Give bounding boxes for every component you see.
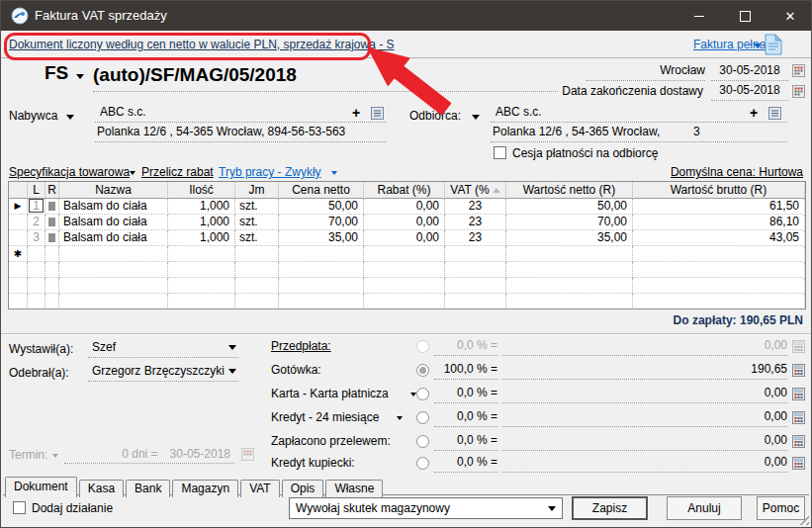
cell-gross-value[interactable]: 86,10 xyxy=(633,215,805,230)
prepayment-link[interactable]: Przedpłata: xyxy=(271,339,331,353)
cell-qty[interactable]: 1,000 xyxy=(168,230,235,246)
prepayment-pct-field[interactable]: 0,0 % = xyxy=(434,337,497,356)
received-by-dropdown[interactable]: Grzegorz Brzęczyszczykiewicz xyxy=(88,363,238,382)
card-amount-field[interactable]: 0,00 xyxy=(501,385,787,403)
table-row[interactable]: ▶ 1 Balsam do ciała 1,000 szt. 50,00 0,0… xyxy=(9,199,805,215)
col-name[interactable]: Nazwa xyxy=(59,182,168,199)
delivery-date-field[interactable]: 30-05-2018 xyxy=(711,82,788,101)
help-button[interactable]: Pomoc xyxy=(757,496,805,520)
card-label[interactable]: Karta - Karta płatnicza xyxy=(271,387,389,400)
cell-net-value[interactable]: 50,00 xyxy=(506,199,633,215)
work-mode-link[interactable]: Tryb pracy - Zwykły xyxy=(219,165,321,179)
cell-discount[interactable]: 0,00 xyxy=(364,230,445,246)
receiver-dropdown-icon[interactable] xyxy=(472,115,480,120)
buyer-add-button[interactable]: + xyxy=(352,105,360,121)
cell-unit[interactable]: szt. xyxy=(235,215,279,230)
col-qty[interactable]: Ilość xyxy=(168,182,235,199)
add-action-checkbox[interactable] xyxy=(13,501,26,514)
doc-symbol-dropdown-icon[interactable] xyxy=(76,74,84,79)
table-new-row[interactable]: ✱ xyxy=(9,246,805,262)
minimize-button[interactable] xyxy=(677,1,722,31)
term-calendar-icon[interactable] xyxy=(241,448,254,461)
card-pct-field[interactable]: 0,0 % = xyxy=(434,385,497,403)
cell-net-price[interactable]: 35,00 xyxy=(279,230,364,246)
credit-radio[interactable] xyxy=(416,411,429,424)
receiver-label[interactable]: Odbiorca: xyxy=(409,109,461,123)
receiver-name-field[interactable]: ABC s.c. xyxy=(491,104,787,123)
delivery-date-calendar-icon[interactable] xyxy=(792,85,805,98)
issue-date-calendar-icon[interactable] xyxy=(792,64,805,77)
transfer-pct-field[interactable]: 0,0 % = xyxy=(434,432,497,451)
cell-qty[interactable]: 1,000 xyxy=(168,199,235,215)
tab-bank[interactable]: Bank xyxy=(126,480,170,497)
col-flag[interactable]: R xyxy=(45,182,59,199)
term-dropdown-icon[interactable] xyxy=(52,454,58,458)
cell-vat[interactable]: 23 xyxy=(445,199,506,215)
col-gross-value[interactable]: Wartość brutto (R) xyxy=(633,182,805,199)
transfer-calculator-icon[interactable] xyxy=(792,435,805,448)
spec-dropdown-icon[interactable] xyxy=(130,171,135,175)
col-net-value[interactable]: Wartość netto (R) xyxy=(506,182,633,199)
cell-net-value[interactable]: 70,00 xyxy=(506,215,633,230)
buyer-list-icon[interactable] xyxy=(371,107,384,120)
buyer-name-field[interactable]: ABC s.c. xyxy=(95,104,387,123)
buyer-dropdown-icon[interactable] xyxy=(66,115,74,120)
cell-discount[interactable]: 0,00 xyxy=(364,199,445,215)
prepayment-calculator-icon[interactable] xyxy=(792,340,805,353)
tab-opis[interactable]: Opis xyxy=(282,480,324,497)
credit-amount-field[interactable]: 0,00 xyxy=(501,408,787,427)
credit-pct-field[interactable]: 0,0 % = xyxy=(434,408,497,427)
cell-vat[interactable]: 23 xyxy=(445,230,506,246)
card-radio[interactable] xyxy=(416,388,429,400)
received-by-dropdown-icon[interactable] xyxy=(228,369,236,374)
tab-wlasne[interactable]: Własne xyxy=(325,480,383,497)
tab-kasa[interactable]: Kasa xyxy=(79,480,124,497)
cell-discount[interactable]: 0,00 xyxy=(364,215,445,230)
credit-calculator-icon[interactable] xyxy=(792,411,805,424)
prepayment-radio[interactable] xyxy=(416,340,429,353)
document-icon[interactable] xyxy=(765,34,782,55)
credit-label[interactable]: Kredyt - 24 miesiące xyxy=(271,410,379,424)
save-button[interactable]: Zapisz xyxy=(572,496,648,520)
col-vat[interactable]: VAT (% xyxy=(445,182,506,199)
transfer-radio[interactable] xyxy=(416,435,429,448)
cell-unit[interactable]: szt. xyxy=(235,230,279,246)
cell-qty[interactable]: 1,000 xyxy=(168,215,235,230)
spec-link[interactable]: Specyfikacja towarowa xyxy=(9,165,130,179)
credit-dropdown-icon[interactable] xyxy=(397,416,403,420)
cell-gross-value[interactable]: 43,05 xyxy=(633,230,805,246)
issued-by-dropdown-icon[interactable] xyxy=(228,345,236,350)
tab-dokument[interactable]: Dokument xyxy=(5,477,77,497)
tab-magazyn[interactable]: Magazyn xyxy=(172,480,238,497)
cell-net-value[interactable]: 35,00 xyxy=(506,230,633,246)
cancel-button[interactable]: Anuluj xyxy=(667,496,742,520)
receiver-add-button[interactable]: + xyxy=(750,105,758,121)
default-price-link[interactable]: Domyślna cena: Hurtowa xyxy=(671,165,803,179)
work-mode-dropdown-icon[interactable] xyxy=(331,171,337,175)
table-row[interactable]: 3 Balsam do ciała 1,000 szt. 35,00 0,00 … xyxy=(9,230,805,246)
cell-name[interactable]: Balsam do ciała xyxy=(59,215,168,230)
prepayment-amount-field[interactable]: 0,00 xyxy=(501,337,787,356)
receiver-address-field[interactable]: Polanka 12/6 , 54-365 Wrocław, 3 xyxy=(491,124,787,142)
card-calculator-icon[interactable] xyxy=(792,388,805,400)
merchant-credit-calculator-icon[interactable] xyxy=(792,457,805,470)
cell-gross-value[interactable]: 61,50 xyxy=(633,199,805,215)
merchant-credit-pct-field[interactable]: 0,0 % = xyxy=(434,454,497,473)
doc-mode-link[interactable]: Dokument liczony według cen netto w walu… xyxy=(9,38,395,51)
cell-name[interactable]: Balsam do ciała xyxy=(59,230,168,246)
issue-date-field[interactable]: 30-05-2018 xyxy=(711,62,788,81)
close-button[interactable]: ✕ xyxy=(767,1,812,31)
buyer-address-field[interactable]: Polanka 12/6 , 54-365 Wrocław, 894-56-53… xyxy=(95,124,387,142)
cell-vat[interactable]: 23 xyxy=(445,215,506,230)
col-unit[interactable]: Jm xyxy=(235,182,279,199)
table-row[interactable]: 2 Balsam do ciała 1,000 szt. 70,00 0,00 … xyxy=(9,215,805,230)
col-net-price[interactable]: Cena netto xyxy=(279,182,364,199)
cell-name[interactable]: Balsam do ciała xyxy=(59,199,168,215)
maximize-button[interactable] xyxy=(722,1,767,31)
cash-amount-field[interactable]: 190,65 xyxy=(501,361,787,380)
receiver-list-icon[interactable] xyxy=(768,107,781,120)
recalc-discount-link[interactable]: Przelicz rabat xyxy=(141,165,214,179)
tab-vat[interactable]: VAT xyxy=(240,480,280,497)
cell-unit[interactable]: szt. xyxy=(235,199,279,215)
cell-net-price[interactable]: 70,00 xyxy=(279,215,364,230)
